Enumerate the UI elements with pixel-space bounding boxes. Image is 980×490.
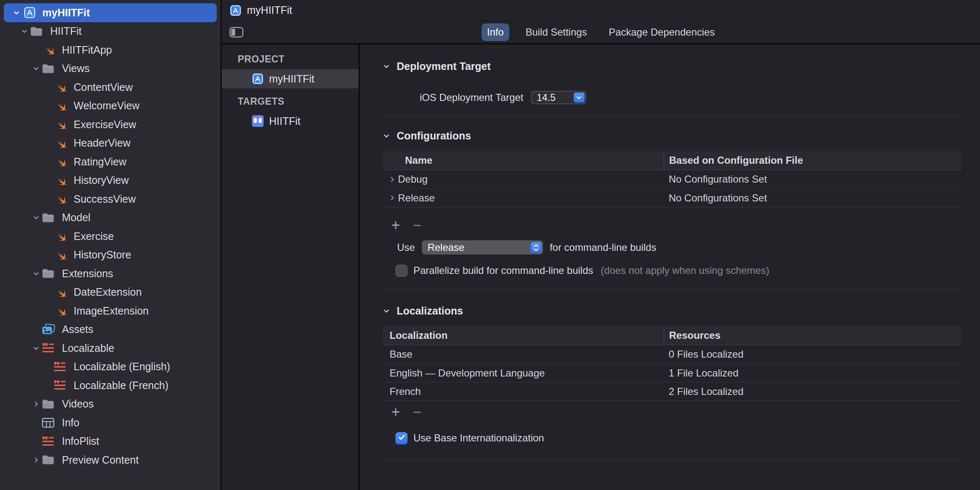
remove-localization-button[interactable]: − <box>413 405 421 420</box>
add-localization-button[interactable]: + <box>391 405 400 420</box>
chevron-right-icon[interactable] <box>30 456 42 464</box>
configuration-based-on: No Configurations Set <box>664 173 962 185</box>
configuration-name: Release <box>398 192 435 204</box>
strings-icon <box>54 361 69 373</box>
localization-row-base[interactable]: Base 0 Files Localized <box>383 345 962 364</box>
chevron-down-icon[interactable] <box>30 214 42 221</box>
chevron-right-icon[interactable] <box>30 400 42 407</box>
chevron-down-icon[interactable] <box>383 307 390 315</box>
chevron-right-icon[interactable] <box>386 176 398 183</box>
remove-configuration-button[interactable]: − <box>413 218 421 233</box>
project-info-pane: Deployment Target iOS Deployment Target … <box>360 44 980 490</box>
sidebar-item-exercise[interactable]: Exercise <box>0 227 221 246</box>
sidebar-item-hiitfit[interactable]: HIITFit <box>0 22 221 41</box>
configurations-table: Name Based on Configuration File Debug N <box>383 151 962 207</box>
command-line-configuration-dropdown[interactable]: Release <box>422 240 543 255</box>
localization-row-english-development-language[interactable]: English — Development Language 1 File Lo… <box>383 364 962 382</box>
use-label: Use <box>397 242 415 253</box>
folder-icon <box>30 25 45 38</box>
sidebar-item-infoplist[interactable]: InfoPlist <box>0 432 221 451</box>
base-internationalization-row: Use Base Internationalization <box>395 431 962 445</box>
ios-deployment-target-dropdown[interactable]: 14.5 <box>531 91 586 104</box>
stepper-chevrons-icon[interactable] <box>531 242 541 253</box>
target-item-hiitfit[interactable]: HIITFit <box>222 111 359 131</box>
column-header-localization[interactable]: Localization <box>383 326 664 345</box>
parallelize-build-note: (does not apply when using schemes) <box>601 265 770 276</box>
configuration-based-on: No Configurations Set <box>664 192 962 204</box>
chevron-down-icon[interactable] <box>30 345 42 352</box>
tree-item-label: HeaderView <box>74 137 131 149</box>
chevron-down-icon[interactable] <box>10 9 22 16</box>
tab-label: Info <box>487 26 504 38</box>
project-item-myhiitfit[interactable]: myHIITFit <box>222 69 359 88</box>
sidebar-item-dateextension[interactable]: DateExtension <box>0 283 221 302</box>
localizations-table-header: Localization Resources <box>383 326 962 345</box>
tab-label: Package Dependencies <box>609 26 715 38</box>
sidebar-item-videos[interactable]: Videos <box>0 395 221 414</box>
column-header-resources[interactable]: Resources <box>664 326 962 345</box>
configuration-row-debug[interactable]: Debug No Configurations Set <box>383 170 962 188</box>
swift-icon <box>42 44 57 56</box>
folder-icon <box>42 267 57 280</box>
chevron-down-icon[interactable] <box>383 132 390 139</box>
sidebar-item-successview[interactable]: SuccessView <box>0 190 221 209</box>
editor-titlebar: myHIITFit <box>222 0 980 21</box>
parallelize-build-checkbox[interactable] <box>395 265 408 277</box>
sidebar-item-myhiitfit[interactable]: myHIITFit <box>4 3 217 22</box>
section-divider <box>383 116 962 116</box>
dropdown-value: 14.5 <box>537 92 556 103</box>
swift-icon <box>54 286 69 299</box>
tree-item-label: Videos <box>62 398 94 410</box>
add-configuration-button[interactable]: + <box>391 218 400 233</box>
chevron-down-icon[interactable] <box>383 63 390 70</box>
sidebar-item-assets[interactable]: Assets <box>0 320 221 339</box>
sidebar-item-welcomeview[interactable]: WelcomeView <box>0 97 221 116</box>
ios-deployment-target-label: iOS Deployment Target <box>420 92 523 103</box>
configurations-section-header[interactable]: Configurations <box>383 130 962 142</box>
configurations-table-header: Name Based on Configuration File <box>383 151 962 170</box>
targets-heading: TARGETS <box>222 93 359 111</box>
checkmark-icon <box>398 432 406 444</box>
section-title: Configurations <box>397 130 471 142</box>
sidebar-item-historyview[interactable]: HistoryView <box>0 171 221 190</box>
sidebar-item-model[interactable]: Model <box>0 209 221 227</box>
column-header-name[interactable]: Name <box>383 151 664 170</box>
tab-build-settings[interactable]: Build Settings <box>520 23 593 41</box>
sidebar-item-imageextension[interactable]: ImageExtension <box>0 302 221 320</box>
sidebar-item-preview-content[interactable]: Preview Content <box>0 451 221 469</box>
chevron-down-icon[interactable] <box>30 270 42 277</box>
sidebar-item-headerview[interactable]: HeaderView <box>0 134 221 153</box>
configuration-row-release[interactable]: Release No Configurations Set <box>383 188 962 207</box>
chevron-down-icon[interactable] <box>30 65 42 72</box>
sidebar-item-historystore[interactable]: HistoryStore <box>0 246 221 265</box>
sidebar-item-localizable-english[interactable]: Localizable (English) <box>0 358 221 377</box>
use-base-internationalization-checkbox[interactable] <box>395 432 408 444</box>
sidebar-item-ratingview[interactable]: RatingView <box>0 152 221 171</box>
swift-icon <box>54 81 69 93</box>
chevron-down-icon[interactable] <box>18 28 30 35</box>
tree-item-label: Extensions <box>62 268 113 280</box>
parallelize-build-label: Parallelize build for command-line build… <box>413 265 593 276</box>
deployment-target-section-header[interactable]: Deployment Target <box>383 60 962 72</box>
tab-package-dependencies[interactable]: Package Dependencies <box>603 23 721 41</box>
localization-name: Base <box>383 348 664 360</box>
chevron-down-icon[interactable] <box>574 93 585 103</box>
sidebar-item-localizable-french[interactable]: Localizable (French) <box>0 376 221 395</box>
sidebar-item-localizable[interactable]: Localizable <box>0 339 221 358</box>
sidebar-item-views[interactable]: Views <box>0 59 221 78</box>
localizations-section-header[interactable]: Localizations <box>383 305 962 317</box>
sidebar-item-contentview[interactable]: ContentView <box>0 78 221 97</box>
settings-tabbar: Info Build Settings Package Dependencies <box>222 21 980 44</box>
sidebar-item-info[interactable]: Info <box>0 413 221 432</box>
sidebar-item-hiitfitapp[interactable]: HIITFitApp <box>0 41 221 59</box>
chevron-right-icon[interactable] <box>386 194 398 201</box>
xcode-window: myHIITFit HIITFit HIITFitApp Views <box>0 0 980 490</box>
parallelize-build-row: Parallelize build for command-line build… <box>395 263 962 278</box>
tab-info[interactable]: Info <box>482 23 509 41</box>
tree-item-label: Localizable <box>62 342 114 354</box>
column-header-based-on[interactable]: Based on Configuration File <box>664 151 962 170</box>
localization-row-french[interactable]: French 2 Files Localized <box>383 382 962 400</box>
project-targets-selector: PROJECT myHIITFit TARGETS HIITFit <box>222 44 360 490</box>
sidebar-item-extensions[interactable]: Extensions <box>0 264 221 283</box>
sidebar-item-exerciseview[interactable]: ExerciseView <box>0 115 221 134</box>
